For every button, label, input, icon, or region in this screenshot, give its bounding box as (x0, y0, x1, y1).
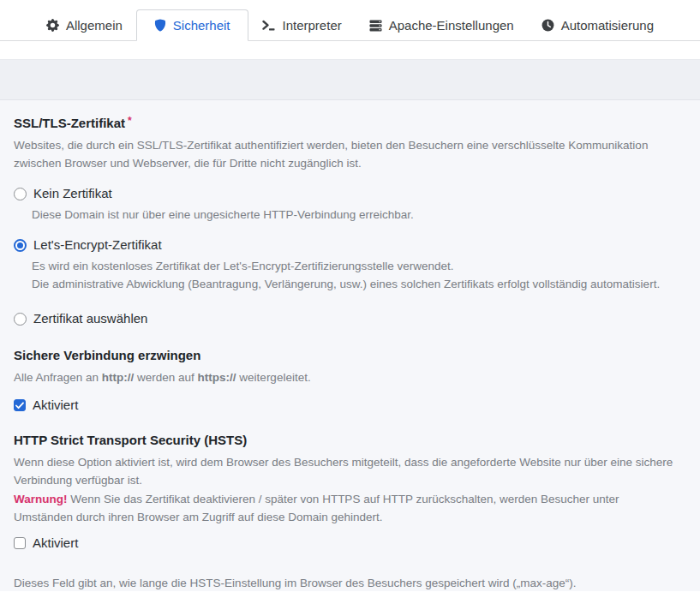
tab-interpreter[interactable]: Interpreter (248, 9, 356, 41)
http-protocol-text: http:// (102, 371, 134, 384)
tab-label: Interpreter (283, 18, 342, 33)
redirect-enabled-checkbox[interactable]: Aktiviert (14, 398, 686, 412)
tab-sicherheit[interactable]: Sicherheit (136, 9, 248, 41)
checkbox-unchecked-icon[interactable] (14, 537, 26, 549)
ssl-section-title: SSL/TLS-Zertifikat* (14, 114, 686, 130)
radio-icon[interactable] (14, 313, 27, 326)
hsts-warning: Warnung! Wenn Sie das Zertifikat deaktiv… (14, 490, 675, 526)
ssl-section-description: Websites, die durch ein SSL/TLS-Zertifik… (14, 136, 675, 172)
tab-label: Automatisierung (561, 18, 654, 33)
tab-apache-einstellungen[interactable]: Apache-Einstellungen (356, 9, 528, 41)
https-protocol-text: https:// (198, 371, 236, 384)
warning-label: Warnung! (14, 493, 67, 505)
header-spacer (0, 41, 700, 59)
radio-label: Zertifikat auswählen (33, 312, 147, 326)
toolbar-band (0, 59, 700, 100)
redirect-description: Alle Anfragen an http:// werden auf http… (14, 368, 675, 386)
hsts-description: Wenn diese Option aktiviert ist, wird de… (14, 453, 675, 489)
max-age-description: Dieses Feld gibt an, wie lange die HSTS-… (14, 574, 675, 591)
tab-automatisierung[interactable]: Automatisierung (528, 9, 667, 41)
radio-label: Kein Zertifikat (33, 187, 112, 200)
redirect-text: Alle Anfragen an (14, 371, 102, 384)
hsts-section-title: HTTP Strict Transport Security (HSTS) (14, 433, 686, 447)
required-asterisk: * (128, 115, 132, 127)
redirect-text: werden auf (134, 371, 197, 384)
server-icon (369, 20, 382, 32)
gear-icon (46, 19, 59, 32)
radio-zertifikat-auswaehlen[interactable]: Zertifikat auswählen (14, 312, 686, 326)
redirect-text: weitergeleitet. (236, 371, 311, 384)
warning-text: Wenn Sie das Zertifikat deaktivieren / s… (14, 493, 619, 523)
tab-label: Apache-Einstellungen (389, 18, 514, 33)
redirect-section-title: Sichere Verbindung erzwingen (14, 348, 686, 362)
tab-allgemein[interactable]: Allgemein (33, 9, 136, 41)
checkbox-label: Aktiviert (33, 536, 78, 550)
checkbox-label: Aktiviert (33, 398, 78, 412)
radio-description: Die administrative Abwicklung (Beantragu… (32, 275, 686, 293)
checkbox-checked-icon[interactable] (14, 399, 26, 411)
security-settings-panel: SSL/TLS-Zertifikat* Websites, die durch … (0, 100, 700, 591)
radio-icon[interactable] (14, 188, 27, 200)
radio-description: Es wird ein kostenloses Zertifikat der L… (32, 257, 686, 275)
tab-label: Sicherheit (173, 18, 230, 33)
clock-icon (541, 19, 554, 32)
radio-description: Diese Domain ist nur über eine ungesiche… (32, 206, 686, 224)
radio-kein-zertifikat[interactable]: Kein Zertifikat (14, 187, 686, 200)
hsts-enabled-checkbox[interactable]: Aktiviert (14, 536, 686, 550)
radio-label: Let's-Encrypt-Zertifikat (33, 238, 162, 252)
ssl-title-text: SSL/TLS-Zertifikat (14, 116, 125, 130)
tab-label: Allgemein (66, 18, 123, 33)
radio-lets-encrypt[interactable]: Let's-Encrypt-Zertifikat (14, 238, 686, 252)
terminal-icon (262, 20, 276, 32)
radio-icon-selected[interactable] (14, 239, 27, 252)
settings-tab-bar: Allgemein Sicherheit Interpreter Apache-… (0, 0, 700, 41)
shield-icon (154, 19, 166, 32)
